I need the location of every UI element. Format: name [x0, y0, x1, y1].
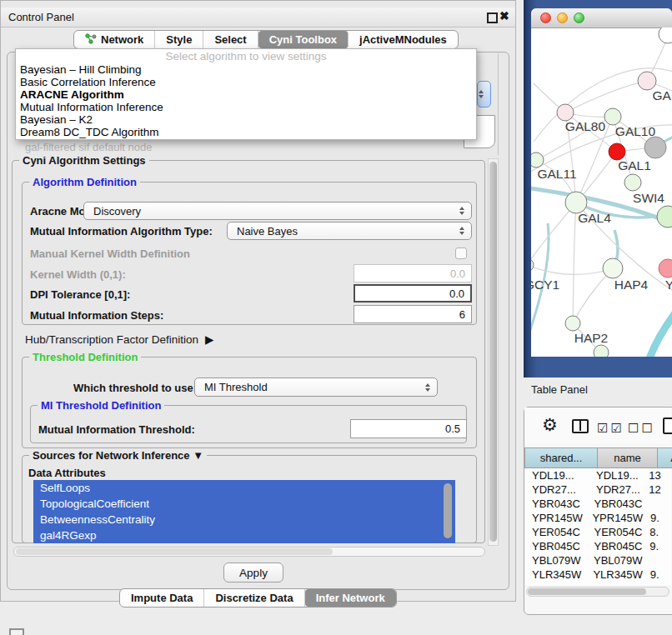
tab-cyni-toolbox[interactable]: Cyni Toolbox — [258, 31, 349, 48]
vertical-scrollbar-thumb[interactable] — [489, 162, 497, 542]
attribute-item[interactable]: TopologicalCoefficient — [33, 496, 455, 512]
bottom-tab-infer-network[interactable]: Infer Network — [305, 589, 396, 607]
table-row[interactable]: YDR27...YDR27...12 — [524, 482, 671, 497]
network-window-titlebar[interactable] — [531, 8, 672, 28]
network-node-gal11[interactable] — [531, 152, 544, 168]
table-cell: 12 — [641, 482, 671, 497]
which-threshold-combo[interactable]: MI Threshold — [194, 378, 438, 397]
zoom-traffic-light-icon[interactable] — [574, 12, 584, 23]
node-label-gal1: GAL1 — [618, 158, 651, 172]
float-window-icon[interactable] — [487, 12, 498, 23]
minimized-panel-fragment[interactable] — [9, 628, 24, 635]
table-row[interactable]: YPR145WYPR145W9. — [524, 511, 671, 525]
network-node[interactable] — [657, 206, 672, 228]
table-cell: YBL079W — [524, 553, 586, 568]
table-row[interactable]: YBR043CYBR043C — [524, 497, 671, 511]
column-header[interactable]: shared... — [524, 448, 598, 468]
deselect-columns-icon[interactable]: ☐☐ — [628, 421, 655, 436]
tab-label: Select — [214, 33, 246, 46]
settings-gear-icon[interactable]: ⚙ — [542, 415, 558, 435]
algorithm-option[interactable]: Basic Correlation Inference — [16, 76, 476, 88]
attribute-item[interactable]: gal4RGexp — [33, 528, 455, 543]
algorithm-option[interactable]: Dream8 DC_TDC Algorithm — [16, 126, 476, 138]
mi-algorithm-type-label: Mutual Information Algorithm Type: — [30, 225, 213, 238]
data-attributes-list[interactable]: SelfLoopsTopologicalCoefficientBetweenne… — [33, 480, 455, 543]
mi-algorithm-type-combo[interactable]: Naive Bayes — [227, 222, 472, 240]
network-node-hap2[interactable] — [565, 316, 580, 331]
network-node[interactable] — [644, 137, 666, 158]
dpi-tolerance-field[interactable]: 0.0 — [354, 284, 472, 302]
algorithm-option[interactable]: Mutual Information Inference — [16, 101, 476, 113]
tab-jactivemnodules[interactable]: jActiveMNodules — [349, 31, 458, 48]
algorithm-dropdown-popup: Select algorithm to view settings Bayesi… — [15, 48, 477, 140]
which-threshold-label: Which threshold to use: — [73, 382, 197, 394]
manual-kernel-width-label: Manual Kernel Width Definition — [30, 248, 190, 260]
bottom-tab-discretize-data[interactable]: Discretize Data — [204, 589, 304, 607]
threshold-definition-title: Threshold Definition — [29, 351, 141, 363]
network-edge[interactable] — [531, 202, 576, 265]
network-node-swi4[interactable] — [624, 174, 641, 191]
hub-definition-toggle[interactable]: Hub/Transcription Factor Definition▶ — [25, 332, 213, 346]
table-cell: YLL052C — [589, 582, 641, 585]
table-row[interactable]: YDL19...YDL19...13 — [524, 468, 671, 482]
network-node-gal1[interactable] — [609, 143, 625, 160]
table-row[interactable]: YBR045CYBR045C9. — [524, 539, 671, 553]
network-node[interactable] — [594, 345, 609, 357]
select-columns-checked-icon[interactable]: ☑☑ — [597, 421, 624, 436]
network-node-hap4[interactable] — [603, 258, 623, 278]
table-cell — [642, 497, 671, 511]
table-row[interactable]: YER054CYER054C8. — [524, 525, 671, 539]
hidden-combo-stepper-focused[interactable] — [477, 81, 491, 108]
table-row[interactable]: YLR345WYLR345W9. — [524, 568, 671, 582]
close-icon[interactable]: ✖ — [499, 9, 509, 22]
tab-select[interactable]: Select — [203, 31, 258, 48]
horizontal-scrollbar-thumb[interactable] — [16, 548, 333, 555]
network-edge[interactable] — [573, 202, 576, 323]
attribute-item[interactable]: SelfLoops — [33, 480, 455, 496]
network-node-gal80[interactable] — [557, 104, 574, 121]
hidden-combo-value: gal-filtered sif default node — [25, 141, 152, 153]
table-cell: YBR043C — [586, 497, 642, 511]
algorithm-option[interactable]: Bayesian – Hill Climbing — [16, 63, 476, 76]
manual-kernel-width-checkbox[interactable] — [455, 248, 467, 259]
sources-title[interactable]: Sources for Network Inference ▼ — [29, 449, 207, 462]
hidden-groupbox-edge — [498, 53, 499, 155]
attributes-scrollbar-thumb[interactable] — [444, 483, 452, 538]
table-cell: YPR145W — [584, 511, 643, 525]
algorithm-option[interactable]: ARACNE Algorithm — [16, 88, 476, 101]
algorithm-option[interactable]: Bayesian – K2 — [16, 113, 476, 126]
table-row[interactable]: YLL052CYLL052C9. — [524, 582, 671, 585]
column-header[interactable]: name — [598, 448, 658, 468]
network-graph-canvas[interactable]: GALGAL80GAL10GAL1GAL11GAL4SWI4GCY1HAP4YH… — [531, 28, 672, 357]
mi-steps-label: Mutual Information Steps: — [30, 309, 163, 322]
close-traffic-light-icon[interactable] — [540, 12, 551, 23]
tab-network[interactable]: Network — [74, 31, 155, 48]
which-threshold-value: MI Threshold — [204, 381, 268, 393]
table-cell: YBR045C — [586, 539, 642, 553]
network-node-gal10[interactable] — [604, 108, 621, 125]
aracne-mode-combo[interactable]: Discovery — [83, 202, 472, 220]
apply-button[interactable]: Apply — [223, 562, 283, 582]
minimize-traffic-light-icon[interactable] — [557, 12, 568, 23]
table-horizontal-scrollbar-thumb[interactable] — [528, 588, 646, 595]
network-node-gcy1[interactable] — [531, 258, 534, 272]
mi-threshold-field[interactable]: 0.5 — [350, 419, 467, 438]
column-header[interactable]: A — [658, 448, 672, 468]
network-view-window: GALGAL80GAL10GAL1GAL11GAL4SWI4GCY1HAP4YH… — [531, 8, 672, 357]
split-columns-icon[interactable] — [572, 419, 589, 433]
network-node-gal[interactable] — [638, 72, 656, 90]
network-node-y[interactable] — [659, 259, 672, 278]
network-edge[interactable] — [645, 308, 672, 357]
document-icon[interactable] — [663, 418, 672, 434]
table-cell: YBL079W — [586, 553, 643, 568]
table-cell: YDL19... — [589, 468, 641, 482]
network-node[interactable] — [659, 28, 672, 43]
control-panel-tab-strip: NetworkStyleSelectCyni ToolboxjActiveMNo… — [73, 30, 459, 49]
network-edge[interactable] — [531, 265, 611, 275]
table-cell: YBR045C — [524, 539, 586, 553]
bottom-tab-impute-data[interactable]: Impute Data — [120, 589, 204, 607]
attribute-item[interactable]: BetweennessCentrality — [33, 512, 455, 528]
table-row[interactable]: YBL079WYBL079W — [524, 553, 671, 568]
tab-style[interactable]: Style — [155, 31, 203, 48]
mi-steps-field[interactable]: 6 — [354, 305, 472, 323]
